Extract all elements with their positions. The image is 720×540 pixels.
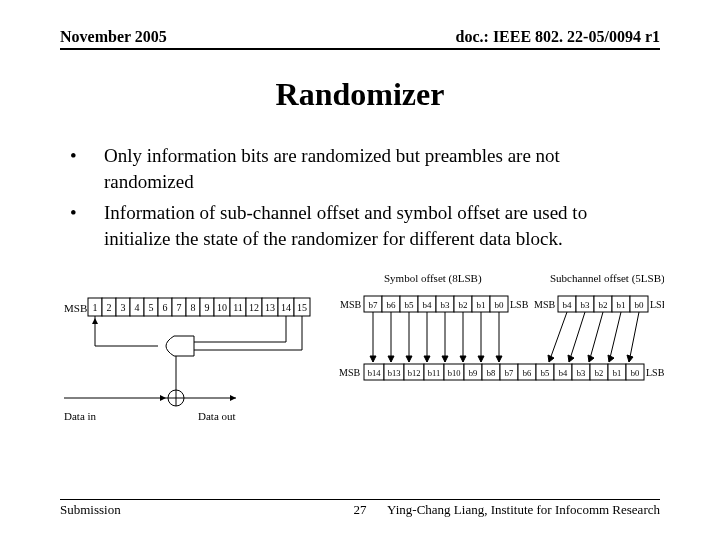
svg-text:b7: b7: [505, 368, 514, 378]
svg-text:13: 13: [265, 302, 275, 313]
svg-text:b4: b4: [559, 368, 568, 378]
svg-text:b6: b6: [387, 300, 397, 310]
svg-text:b7: b7: [369, 300, 379, 310]
footer-author: Ying-Chang Liang, Institute for Infocomm…: [387, 502, 660, 518]
svg-text:b2: b2: [459, 300, 468, 310]
header-doc-id: doc.: IEEE 802. 22-05/0094 r1: [456, 28, 660, 46]
svg-marker-85: [568, 355, 574, 362]
svg-text:b0: b0: [495, 300, 505, 310]
svg-text:b5: b5: [405, 300, 415, 310]
svg-text:5: 5: [149, 302, 154, 313]
svg-text:2: 2: [107, 302, 112, 313]
svg-marker-69: [388, 356, 394, 362]
bullet-list: • Only information bits are randomized b…: [60, 143, 660, 252]
slide-title: Randomizer: [60, 76, 660, 113]
bullet-item: • Information of sub-channel offset and …: [70, 200, 652, 251]
svg-text:b2: b2: [595, 368, 604, 378]
svg-text:b0: b0: [635, 300, 645, 310]
svg-line-88: [609, 312, 621, 362]
subchannel-offset-label: Subchannel offset (5LSB): [550, 272, 664, 285]
svg-text:b8: b8: [487, 368, 496, 378]
shift-register: 1 2 3 4 5 6 7 8 9 10 11 12 13 14 15: [88, 298, 310, 316]
msb-label: MSB: [534, 299, 555, 310]
svg-marker-37: [160, 395, 166, 401]
svg-text:14: 14: [281, 302, 291, 313]
svg-text:b1: b1: [617, 300, 626, 310]
svg-text:b6: b6: [523, 368, 532, 378]
svg-text:b4: b4: [423, 300, 433, 310]
svg-marker-83: [548, 355, 554, 362]
symbol-offset-label: Symbol offset (8LSB): [384, 272, 482, 285]
svg-text:3: 3: [121, 302, 126, 313]
svg-text:b3: b3: [581, 300, 591, 310]
symbol-offset-bits: b7 b6 b5 b4 b3 b2 b1 b0: [364, 296, 508, 312]
svg-text:b11: b11: [428, 368, 440, 378]
bullet-text: Only information bits are randomized but…: [104, 143, 652, 194]
svg-marker-89: [608, 355, 614, 362]
bullet-marker: •: [70, 143, 104, 194]
svg-text:15: 15: [297, 302, 307, 313]
svg-text:10: 10: [217, 302, 227, 313]
slide-footer: Submission 27 Ying-Chang Liang, Institut…: [60, 499, 660, 518]
svg-marker-91: [627, 355, 633, 362]
svg-marker-87: [588, 355, 594, 362]
svg-text:4: 4: [135, 302, 140, 313]
bullet-marker: •: [70, 200, 104, 251]
svg-text:b2: b2: [599, 300, 608, 310]
svg-text:b1: b1: [477, 300, 486, 310]
data-out-label: Data out: [198, 410, 236, 422]
svg-text:b4: b4: [563, 300, 573, 310]
svg-line-90: [629, 312, 639, 362]
svg-marker-79: [478, 356, 484, 362]
bullet-item: • Only information bits are randomized b…: [70, 143, 652, 194]
svg-line-86: [589, 312, 603, 362]
svg-marker-32: [92, 318, 98, 324]
svg-marker-71: [406, 356, 412, 362]
svg-marker-77: [460, 356, 466, 362]
randomizer-diagram: MSB 1 2 3 4 5 6 7 8 9 10 11 12 13 1: [60, 270, 660, 445]
svg-text:b0: b0: [631, 368, 640, 378]
msb-label: MSB: [64, 302, 87, 314]
svg-text:11: 11: [233, 302, 243, 313]
svg-text:b3: b3: [577, 368, 586, 378]
msb-label: MSB: [339, 367, 360, 378]
lsb-label: LSB: [646, 367, 664, 378]
lsb-label: LSB: [650, 299, 664, 310]
svg-text:b10: b10: [448, 368, 461, 378]
svg-text:b5: b5: [541, 368, 550, 378]
data-in-label: Data in: [64, 410, 97, 422]
svg-text:6: 6: [163, 302, 168, 313]
svg-text:b13: b13: [388, 368, 401, 378]
footer-left: Submission: [60, 502, 121, 518]
msb-label: MSB: [340, 299, 361, 310]
svg-marker-75: [442, 356, 448, 362]
bullet-text: Information of sub-channel offset and sy…: [104, 200, 652, 251]
svg-line-84: [569, 312, 585, 362]
svg-text:b1: b1: [613, 368, 622, 378]
xor-gate-icon: [166, 336, 194, 356]
svg-text:7: 7: [177, 302, 182, 313]
svg-text:9: 9: [205, 302, 210, 313]
svg-text:12: 12: [249, 302, 259, 313]
svg-text:1: 1: [93, 302, 98, 313]
svg-line-82: [549, 312, 567, 362]
lsb-label: LSB: [510, 299, 529, 310]
svg-text:b3: b3: [441, 300, 451, 310]
svg-text:8: 8: [191, 302, 196, 313]
page-number: 27: [354, 502, 367, 518]
mapping-arrows: [370, 312, 639, 362]
slide-header: November 2005 doc.: IEEE 802. 22-05/0094…: [60, 28, 660, 50]
svg-text:b12: b12: [408, 368, 421, 378]
svg-marker-67: [370, 356, 376, 362]
initial-state-bits: b14 b13 b12 b11 b10 b9 b8 b7 b6 b5 b4 b3…: [364, 364, 644, 380]
svg-marker-39: [230, 395, 236, 401]
subchannel-offset-bits: b4 b3 b2 b1 b0: [558, 296, 648, 312]
svg-marker-73: [424, 356, 430, 362]
svg-text:b9: b9: [469, 368, 478, 378]
svg-marker-81: [496, 356, 502, 362]
svg-text:b14: b14: [368, 368, 382, 378]
header-date: November 2005: [60, 28, 167, 46]
